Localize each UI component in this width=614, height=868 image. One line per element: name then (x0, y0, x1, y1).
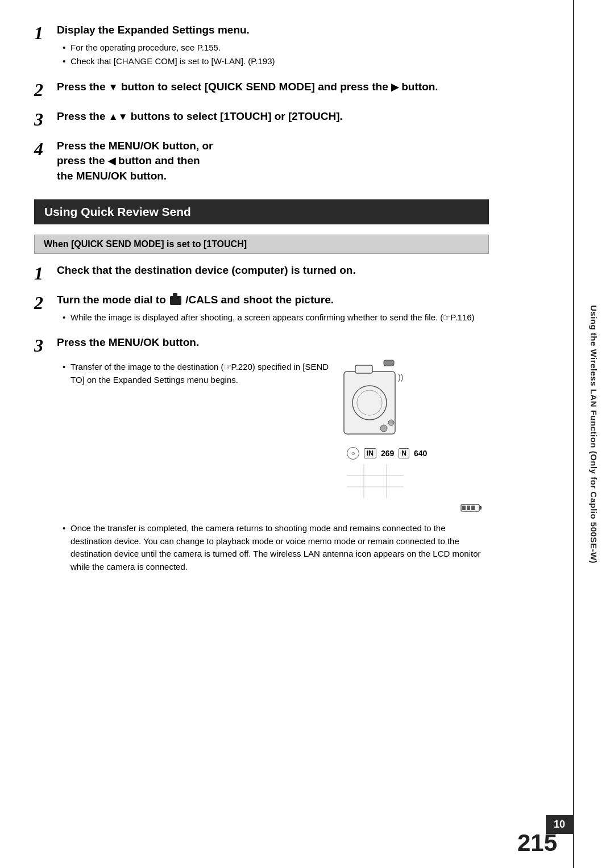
step-number-1: 1 (34, 24, 57, 42)
step-2-prefix: Press the (57, 81, 109, 93)
step-1-title: Display the Expanded Settings menu. (57, 23, 489, 38)
step-b2-prefix: Turn the mode dial to (57, 294, 169, 306)
sidebar: Using the Wireless LAN Function (Only fo… (573, 0, 614, 868)
step-2-top: 2 Press the ▼ button to select [QUICK SE… (34, 80, 489, 99)
step-3-title: Press the ▲▼ buttons to select [1TOUCH] … (57, 109, 489, 124)
camera-diagram: )) ○ IN 269 N 640 (341, 357, 489, 513)
section-header-quick-review: Using Quick Review Send (34, 199, 489, 224)
step-number-b2: 2 (34, 294, 57, 312)
step-1-bullets: For the operating procedure, see P.155. … (63, 41, 489, 68)
grid-svg (347, 464, 404, 498)
transfer-section: Transfer of the image to the destination… (57, 357, 489, 513)
step-3-suffix: buttons to select [1TOUCH] or [2TOUCH]. (131, 110, 343, 122)
step-b1-title: Check that the destination device (compu… (57, 263, 489, 278)
step-1-content: Display the Expanded Settings menu. For … (57, 23, 489, 69)
step-4-content: Press the MENU/OK button, or press the ◀… (57, 139, 489, 184)
svg-rect-0 (344, 372, 395, 434)
bullet-once: Once the transfer is completed, the came… (63, 522, 489, 573)
arrow-down-icon: ▼ (109, 82, 118, 93)
battery-row (341, 503, 483, 513)
step-3-bottom: 3 Press the MENU/OK button. Transfer of … (34, 335, 489, 574)
svg-point-5 (380, 425, 387, 432)
step-b3-content: Press the MENU/OK button. Transfer of th… (57, 335, 489, 574)
step-3-top: 3 Press the ▲▼ buttons to select [1TOUCH… (34, 109, 489, 128)
section-header-text: Using Quick Review Send (44, 205, 191, 218)
circle-indicator: ○ (347, 447, 359, 460)
camera-mode-icon (170, 296, 181, 305)
arrow-right-icon: ▶ (391, 82, 399, 93)
count-269: 269 (381, 449, 394, 458)
battery-svg (460, 503, 483, 513)
transfer-text: Transfer of the image to the destination… (57, 357, 330, 387)
step-4-line2-prefix: press the (57, 155, 105, 166)
step-2-mid: button to select [QUICK SEND MODE] and p… (121, 81, 391, 93)
step-1-top: 1 Display the Expanded Settings menu. Fo… (34, 23, 489, 69)
step-2-bottom: 2 Turn the mode dial to /CALS and shoot … (34, 293, 489, 325)
subsection-header-1touch: When [QUICK SEND MODE] is set to [1TOUCH… (34, 235, 489, 254)
step-2-suffix: button. (401, 81, 438, 93)
step-b3-title: Press the MENU/OK button. (57, 335, 489, 350)
step-number-2: 2 (34, 81, 57, 99)
step-b1-content: Check that the destination device (compu… (57, 263, 489, 278)
step-2-content: Press the ▼ button to select [QUICK SEND… (57, 80, 489, 95)
svg-rect-3 (355, 365, 372, 373)
step-number-4: 4 (34, 140, 57, 158)
step-4-line1: Press the MENU/OK button, or (57, 140, 213, 152)
bullet-item: While the image is displayed after shoot… (63, 311, 489, 324)
svg-rect-15 (467, 506, 470, 510)
step-number-b1: 1 (34, 264, 57, 282)
n-badge: N (399, 448, 409, 458)
bullet-transfer: Transfer of the image to the destination… (63, 361, 330, 386)
step-b2-title: Turn the mode dial to /CALS and shoot th… (57, 293, 489, 308)
svg-text:)): )) (398, 373, 403, 382)
svg-rect-13 (479, 506, 482, 510)
svg-point-6 (388, 420, 394, 425)
step-b2-content: Turn the mode dial to /CALS and shoot th… (57, 293, 489, 325)
sidebar-label: Using the Wireless LAN Function (Only fo… (590, 304, 599, 563)
count-640: 640 (414, 449, 427, 458)
svg-rect-16 (471, 506, 475, 510)
arrow-left-icon: ◀ (108, 156, 115, 166)
step-4-top: 4 Press the MENU/OK button, or press the… (34, 139, 489, 184)
subsection-header-text: When [QUICK SEND MODE] is set to [1TOUCH… (44, 239, 247, 249)
step-3-content: Press the ▲▼ buttons to select [1TOUCH] … (57, 109, 489, 124)
bullet-item: Check that [CHANGE COM] is set to [W-LAN… (63, 55, 489, 68)
step-3-prefix: Press the (57, 110, 109, 122)
step-number-b3: 3 (34, 336, 57, 354)
large-page-number: 215 (517, 829, 557, 857)
step-4-title: Press the MENU/OK button, or press the ◀… (57, 139, 489, 184)
camera-svg: )) (341, 357, 409, 443)
arrow-updown-icon: ▲▼ (109, 111, 128, 122)
once-bullets: Once the transfer is completed, the came… (63, 522, 489, 573)
step-1-bottom: 1 Check that the destination device (com… (34, 263, 489, 282)
step-2-title: Press the ▼ button to select [QUICK SEND… (57, 80, 489, 95)
bullet-item: For the operating procedure, see P.155. (63, 41, 489, 55)
step-number-3: 3 (34, 110, 57, 128)
step-b2-bullets: While the image is displayed after shoot… (63, 311, 489, 324)
in-badge: IN (364, 448, 376, 458)
svg-rect-4 (384, 360, 394, 366)
step-4-line3: the MENU/OK button. (57, 170, 167, 182)
step-4-line2-suffix: button and then (118, 155, 200, 166)
grid-lines (347, 464, 489, 500)
step-b2-suffix: /CALS and shoot the picture. (185, 294, 334, 306)
indicators-row: ○ IN 269 N 640 (347, 447, 489, 460)
svg-rect-14 (462, 506, 466, 510)
transfer-bullets: Transfer of the image to the destination… (63, 361, 330, 386)
